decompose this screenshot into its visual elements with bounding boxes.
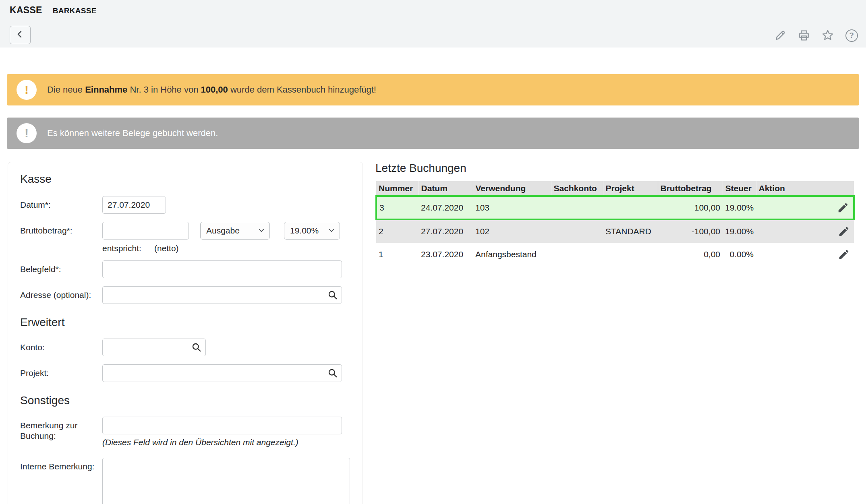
bruttobetrag-input[interactable] [102,222,189,240]
edit-pencil-icon[interactable] [773,28,787,43]
cell-steuer: 0.00% [723,243,756,266]
cell-datum: 27.07.2020 [418,219,473,243]
help-icon[interactable]: ? [844,28,859,43]
datum-label: Datum*: [20,196,97,210]
letzte-buchungen-title: Letzte Buchungen [375,162,853,175]
breadcrumb: KASSE BARKASSE [10,5,97,16]
bemerkung-label: Bemerkung zur Buchung: [20,417,97,441]
belegfeld-input[interactable] [102,260,342,278]
cell-verwendung: Anfangsbestand [473,243,551,266]
interne-bemerkung-label: Interne Bemerkung: [20,458,97,472]
netto-hint: entspricht: (netto) [102,244,350,253]
konto-label: Konto: [20,339,97,353]
info-alert: ! Es können weitere Belege gebucht werde… [7,118,859,149]
column-header-steuer: Steuer [723,181,756,196]
table-header-row: Nummer Datum Verwendung Sachkonto Projek… [376,181,854,196]
column-header-bruttobetrag: Bruttobetrag [658,181,723,196]
bemerkung-input[interactable] [102,417,342,434]
adresse-input[interactable] [102,286,342,304]
cell-steuer: 19.00% [723,196,756,219]
adresse-row: Adresse (optional): [20,286,350,304]
cell-nummer: 1 [376,243,418,266]
cell-sachkonto [551,196,603,219]
erweitert-section-title: Erweitert [20,316,350,329]
star-icon[interactable] [820,28,835,43]
bruttobetrag-label: Bruttobetrag*: [20,222,97,236]
warning-exclamation-icon: ! [17,80,37,100]
cell-nummer: 2 [376,219,418,243]
column-header-projekt: Projekt [603,181,658,196]
datum-input[interactable] [102,196,166,214]
info-exclamation-icon: ! [17,123,37,143]
cell-projekt [603,196,658,219]
search-icon[interactable] [191,342,202,353]
info-alert-text: Es können weitere Belege gebucht werden. [47,128,218,138]
belegfeld-row: Belegfeld*: [20,260,350,278]
bemerkung-row: Bemerkung zur Buchung: (Dieses Feld wird… [20,417,350,447]
breadcrumb-kasse[interactable]: KASSE [10,5,42,16]
projekt-input[interactable] [102,364,342,382]
cell-datum: 23.07.2020 [418,243,473,266]
kasse-form-card: Kasse Datum*: Bruttobetrag*: Ausgabe 19.… [8,162,363,504]
column-header-sachkonto: Sachkonto [551,181,603,196]
cell-datum: 24.07.2020 [418,196,473,219]
interne-bemerkung-row: Interne Bemerkung: [20,458,350,504]
search-icon[interactable] [327,290,338,300]
main-content: Kasse Datum*: Bruttobetrag*: Ausgabe 19.… [0,162,866,504]
top-bar: KASSE BARKASSE ? [0,0,866,48]
toolbar-icons: ? [773,28,859,43]
spacer [0,48,866,74]
column-header-aktion: Aktion [756,181,854,196]
cell-bruttobetrag: 100,00 [658,196,723,219]
chevron-down-icon [328,226,335,235]
konto-row: Konto: [20,339,350,356]
edit-booking-button[interactable] [836,224,851,239]
column-header-verwendung: Verwendung [473,181,551,196]
cell-verwendung: 102 [473,219,551,243]
bemerkung-hint: (Dieses Feld wird in den Übersichten mit… [102,438,342,447]
cell-projekt: STANDARD [603,219,658,243]
chevron-down-icon [258,226,265,235]
booking-row-highlighted: 3 24.07.2020 103 100,00 19.00% [376,196,854,219]
buchungstyp-select[interactable]: Ausgabe [200,222,270,240]
success-alert: ! Die neue Einnahme Nr. 3 in Höhe von 10… [7,74,859,105]
success-alert-text: Die neue Einnahme Nr. 3 in Höhe von 100,… [47,85,376,95]
chevron-left-icon [15,29,26,41]
cell-bruttobetrag: 0,00 [658,243,723,266]
print-icon[interactable] [797,28,811,43]
bruttobetrag-row: Bruttobetrag*: Ausgabe 19.00% [20,222,350,240]
edit-booking-button[interactable] [835,200,851,215]
cell-steuer: 19.00% [723,219,756,243]
adresse-label: Adresse (optional): [20,286,97,300]
datum-row: Datum*: [20,196,350,214]
cell-bruttobetrag: -100,00 [658,219,723,243]
booking-row: 1 23.07.2020 Anfangsbestand 0,00 0.00% [376,243,854,266]
projekt-label: Projekt: [20,364,97,378]
column-header-nummer: Nummer [376,181,418,196]
sonstiges-section-title: Sonstiges [20,394,350,407]
cell-projekt [603,243,658,266]
cell-sachkonto [551,243,603,266]
edit-booking-button[interactable] [836,247,851,262]
column-header-datum: Datum [418,181,473,196]
cell-verwendung: 103 [473,196,551,219]
bookings-table: Nummer Datum Verwendung Sachkonto Projek… [375,181,855,266]
projekt-row: Projekt: [20,364,350,382]
letzte-buchungen-panel: Letzte Buchungen Nummer Datum Verwendung… [375,162,853,266]
kasse-section-title: Kasse [20,173,350,186]
cell-sachkonto [551,219,603,243]
breadcrumb-barkasse[interactable]: BARKASSE [53,6,97,15]
booking-row: 2 27.07.2020 102 STANDARD -100,00 19.00% [376,219,854,243]
search-icon[interactable] [327,368,338,378]
back-button[interactable] [10,26,31,44]
konto-input[interactable] [102,339,206,356]
cell-nummer: 3 [376,196,418,219]
interne-bemerkung-textarea[interactable] [102,458,350,504]
belegfeld-label: Belegfeld*: [20,260,97,275]
steuersatz-select[interactable]: 19.00% [284,222,340,240]
